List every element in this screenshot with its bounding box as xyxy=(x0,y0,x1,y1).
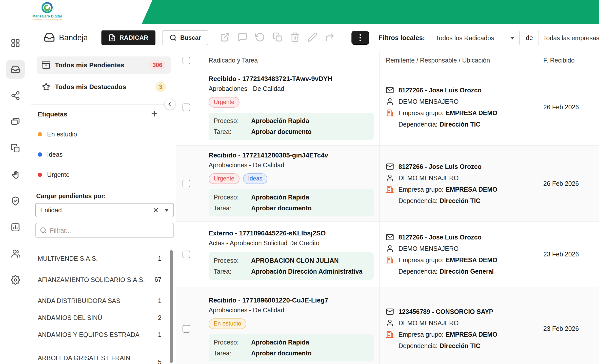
empresas-filter-select[interactable]: Todas las empresas xyxy=(538,31,599,45)
table-row[interactable]: Recibido - 1771896001220-CuJE-Lieg7 Apro… xyxy=(176,287,599,364)
entity-count: 67 xyxy=(154,276,162,283)
mail-icon xyxy=(386,308,394,316)
entidad-value: Entidad xyxy=(40,207,152,214)
entity-name: ANDA DISTRIBUIDORA SAS xyxy=(38,296,158,305)
entity-name: ARBOLEDA GRISALES EFRAIN ALEJANDRO xyxy=(38,354,158,364)
add-tag-button[interactable] xyxy=(150,109,160,119)
row-checkbox[interactable] xyxy=(183,180,190,187)
filtrar-field[interactable] xyxy=(35,223,174,238)
user-icon xyxy=(386,97,394,106)
dependencia-value: Dirección TIC xyxy=(440,342,480,349)
radicados-filter-select[interactable]: Todos los Radicados xyxy=(431,31,520,45)
refresh-icon[interactable] xyxy=(255,32,265,42)
row-checkbox[interactable] xyxy=(183,325,190,333)
column-divider xyxy=(537,52,537,364)
empresa-label: Empresa grupo: xyxy=(398,331,444,338)
bar-chart-icon[interactable] xyxy=(10,222,21,233)
tag-label: En estudio xyxy=(47,131,77,138)
urgente-pill: Urgente xyxy=(209,173,239,184)
shield-check-icon[interactable] xyxy=(10,196,21,206)
empresa-value: EMPRESA DEMO xyxy=(446,256,497,264)
radicado-cell: Recibido - 1771896001220-CuJE-Lieg7 Apro… xyxy=(209,287,374,364)
radicar-button[interactable]: RADICAR xyxy=(101,30,155,45)
table-row[interactable]: Recibido - 1772141200305-ginJ4ETc4v Apro… xyxy=(176,146,599,222)
hand-icon[interactable] xyxy=(10,169,21,180)
entity-row[interactable]: MULTIVENDE S.A.S. 1 xyxy=(31,250,176,267)
tag-label: Urgente xyxy=(47,171,70,178)
entity-row[interactable]: ANDA DISTRIBUIDORA SAS 1 xyxy=(31,292,176,309)
gear-icon[interactable] xyxy=(10,275,21,285)
tag-en-estudio[interactable]: En estudio xyxy=(38,131,77,138)
select-all-checkbox[interactable] xyxy=(183,57,190,64)
fecha-recibido: 23 Feb 2026 xyxy=(543,325,579,332)
proceso-box: Proceso:Aprobación Rapida Tarea:Aprobar … xyxy=(209,113,374,140)
user-icon xyxy=(386,245,394,253)
search-icon xyxy=(40,227,47,234)
filtrar-input[interactable] xyxy=(50,227,169,234)
trash-icon[interactable] xyxy=(290,32,300,42)
table-row[interactable]: Externo - 1771896445226-sKLlbsj2SO Actas… xyxy=(176,222,599,287)
tarea-label: Tarea: xyxy=(214,267,251,276)
sidebar-item-destacados[interactable]: Todos mis Destacados 3 xyxy=(37,78,171,95)
entity-row[interactable]: AFIANZAMIENTO SOLIDARIO S.A.S. 67 xyxy=(31,267,176,292)
responsable-name: DEMO MENSAJERO xyxy=(398,319,459,327)
cards-icon[interactable] xyxy=(10,117,21,127)
empresa-label: Empresa grupo: xyxy=(398,186,444,193)
topbar: Mensajero Digital Gestión de procesos de… xyxy=(0,0,599,24)
remitente-cell: 8127266 - Jose Luis Orozco DEMO MENSAJER… xyxy=(386,222,534,287)
radicado-cell: Recibido - 1772143483721-TAwv-9vDYH Apro… xyxy=(209,69,374,145)
users-icon[interactable] xyxy=(10,248,21,259)
radicado-category: Actas - Aprobacion Solicitud De Credito xyxy=(209,239,374,247)
entidad-select[interactable]: Entidad xyxy=(35,203,174,217)
tag-ideas[interactable]: Ideas xyxy=(38,151,63,158)
tag-color-dot xyxy=(38,173,42,177)
row-checkbox[interactable] xyxy=(183,251,190,258)
collapse-sidebar-button[interactable] xyxy=(164,99,175,110)
table-row[interactable]: Recibido - 1772143483721-TAwv-9vDYH Apro… xyxy=(176,69,599,146)
radicado-category: Aprobaciones - De Calidad xyxy=(209,85,374,93)
search-icon xyxy=(170,34,177,41)
share-nodes-icon[interactable] xyxy=(10,90,21,101)
copy-icon[interactable] xyxy=(10,143,21,154)
comment-icon[interactable] xyxy=(237,32,248,42)
external-link-icon[interactable] xyxy=(220,32,230,42)
inbox-icon[interactable] xyxy=(6,60,25,79)
proceso-box: Proceso:APROBACION CLON JULIAN Tarea:Apr… xyxy=(209,252,374,280)
brand-logo[interactable]: Mensajero Digital Gestión de procesos de… xyxy=(29,1,65,21)
mail-icon xyxy=(386,233,394,241)
logo-swirl-icon xyxy=(41,1,53,14)
radicado-title: Externo - 1771896445226-sKLlbsj2SO xyxy=(209,229,374,237)
pencil-icon[interactable] xyxy=(307,32,317,42)
table-body: Recibido - 1772143483721-TAwv-9vDYH Apro… xyxy=(176,69,599,364)
mail-icon xyxy=(386,163,394,171)
row-checkbox[interactable] xyxy=(183,104,190,111)
toolbar xyxy=(220,32,335,42)
user-icon xyxy=(386,174,394,182)
chevron-down-icon[interactable] xyxy=(164,209,169,212)
close-icon[interactable] xyxy=(152,207,159,214)
route-icon[interactable] xyxy=(325,32,335,42)
fecha-recibido: 26 Feb 2026 xyxy=(543,180,579,187)
radicar-label: RADICAR xyxy=(119,34,148,41)
sidebar-item-pendientes[interactable]: Todos mis Pendientes 306 xyxy=(37,56,171,74)
user-icon xyxy=(386,319,394,327)
tag-color-dot xyxy=(38,152,42,157)
sidebar-scrollbar[interactable] xyxy=(170,250,173,363)
radicado-category: Aprobaciones - De Calidad xyxy=(209,306,374,314)
buscar-button[interactable]: Buscar xyxy=(162,30,208,45)
brand-name: Mensajero Digital xyxy=(32,14,62,18)
responsable-name: DEMO MENSAJERO xyxy=(398,97,459,106)
fecha-recibido: 26 Feb 2026 xyxy=(543,104,579,111)
radicado-title: Recibido - 1772143483721-TAwv-9vDYH xyxy=(209,74,374,83)
responsable-name: DEMO MENSAJERO xyxy=(398,174,459,182)
entity-row[interactable]: ARBOLEDA GRISALES EFRAIN ALEJANDRO 5 xyxy=(31,343,176,364)
copy-icon[interactable] xyxy=(272,32,283,42)
entity-row[interactable]: ANDAMIOS Y EQUIPOS ESTRADA 1 xyxy=(31,326,176,343)
more-options-button[interactable] xyxy=(351,31,369,45)
column-divider xyxy=(202,52,202,364)
building-icon xyxy=(386,185,394,193)
tag-urgente[interactable]: Urgente xyxy=(38,171,70,178)
entity-row[interactable]: ANDAMIOS DEL SINÙ 2 xyxy=(31,309,176,326)
filtros-locales-label: Filtros locales: xyxy=(378,34,425,42)
grid-icon[interactable] xyxy=(10,38,21,48)
